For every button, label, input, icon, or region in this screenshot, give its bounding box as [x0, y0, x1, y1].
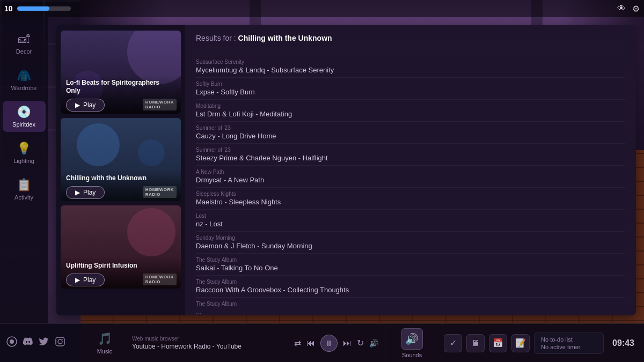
xp-bar — [17, 6, 71, 11]
gear-icon[interactable]: ⚙ — [632, 4, 640, 14]
steam-icon[interactable] — [6, 336, 17, 350]
results-prefix: Results for : — [196, 34, 236, 42]
monitor-button[interactable]: 🖥 — [466, 334, 485, 352]
playlist-card-lofi[interactable]: Lo-fi Beats for Spiritographers Only ▶ P… — [61, 31, 181, 114]
homework-badge-2: HOMEWORKRADIO — [143, 186, 177, 198]
svg-rect-2 — [56, 337, 64, 346]
music-tab[interactable]: 🎵 Music — [86, 332, 123, 354]
playlist-card-uplifting[interactable]: Uplifting Spirit Infusion ▶ Play HOMEWOR… — [61, 205, 181, 289]
track-album: The Study Album — [196, 301, 625, 307]
playlist-card-chilling[interactable]: Chilling with the Unknown ▶ Play HOMEWOR… — [61, 118, 181, 201]
deco-circle-3 — [77, 123, 120, 166]
instagram-icon[interactable] — [55, 336, 65, 350]
sidebar-item-decor[interactable]: 🛋 Decor — [3, 28, 46, 59]
sidebar-label-decor: Decor — [16, 48, 32, 55]
play-pause-button[interactable]: ⏸ — [320, 335, 338, 352]
track-album: The Study Album — [196, 279, 625, 285]
track-name: Daemon & J Fletch - Sunday Morning — [196, 242, 625, 250]
track-name: ... — [196, 308, 625, 315]
sidebar-label-lighting: Lighting — [13, 158, 34, 164]
track-name: Maelstro - Sleepless Nights — [196, 198, 625, 206]
track-item[interactable]: Summer of '23 Steezy Prime & Charlee Ngu… — [196, 144, 625, 166]
sidebar-label-activity: Activity — [14, 194, 33, 201]
calendar-button[interactable]: 📅 — [489, 334, 507, 352]
track-item[interactable]: Sleepless Nights Maelstro - Sleepless Ni… — [196, 188, 625, 210]
track-item[interactable]: Sunday Morning Daemon & J Fletch - Sunda… — [196, 232, 625, 254]
sidebar-item-wardrobe[interactable]: 🧥 Wardrobe — [3, 64, 46, 95]
todo-widget: No to-do list No active timer — [534, 333, 604, 354]
time-display: 09:43 — [608, 338, 639, 348]
play-button-chilling[interactable]: ▶ Play — [66, 186, 105, 199]
discord-icon[interactable] — [23, 336, 33, 350]
track-item[interactable]: The Study Album ... — [196, 298, 625, 315]
music-tab-label: Music — [97, 348, 113, 354]
player-info: Web music browser Youtube - Homework Rad… — [123, 336, 288, 350]
sidebar-label-spiritdex: Spiritdex — [12, 121, 35, 128]
top-bar-left: 10 — [4, 4, 71, 13]
wardrobe-icon: 🧥 — [17, 69, 31, 83]
sidebar-item-activity[interactable]: 📋 Activity — [3, 174, 46, 205]
twitter-icon[interactable] — [39, 336, 49, 350]
play-button-uplifting[interactable]: ▶ Play — [66, 274, 105, 286]
note-button[interactable]: 📝 — [511, 334, 530, 352]
track-album: Softly Burn — [196, 81, 625, 87]
bottom-bar: 🎵 Music Web music browser Youtube - Home… — [0, 323, 644, 362]
activity-icon: 📋 — [17, 178, 31, 192]
track-album: Summer of '23 — [196, 147, 625, 153]
card-title-lofi: Lo-fi Beats for Spiritographers Only — [66, 79, 175, 95]
play-label-uplifting: Play — [83, 276, 96, 284]
tracks-list: Subsurface Serenity Myceliumbug & Landq … — [196, 56, 625, 315]
sidebar: 🛋 Decor 🧥 Wardrobe 💿 Spiritdex 💡 Lightin… — [0, 17, 48, 323]
track-item[interactable]: Lost nz - Lost — [196, 210, 625, 232]
shuffle-button[interactable]: ⇄ — [294, 338, 301, 348]
track-item[interactable]: Summer of '23 Cauzy - Long Drive Home — [196, 122, 625, 144]
track-name: Myceliumbug & Landq - Subsurface Serenit… — [196, 66, 625, 74]
sidebar-item-spiritdex[interactable]: 💿 Spiritdex — [3, 101, 46, 132]
play-button-lofi[interactable]: ▶ Play — [66, 99, 105, 112]
checkmark-button[interactable]: ✓ — [444, 334, 462, 352]
main-content: Lo-fi Beats for Spiritographers Only ▶ P… — [48, 17, 644, 323]
track-album: The Study Album — [196, 257, 625, 263]
track-name: Saikai - Talking To No One — [196, 264, 625, 272]
homework-badge-3: HOMEWORKRADIO — [143, 274, 177, 285]
prev-button[interactable]: ⏮ — [306, 338, 315, 348]
eye-icon[interactable]: 👁 — [617, 4, 626, 13]
svg-point-1 — [10, 339, 14, 344]
level-badge: 10 — [4, 4, 13, 13]
spiritdex-icon: 💿 — [17, 105, 31, 119]
repeat-button[interactable]: ↻ — [357, 338, 364, 348]
track-item[interactable]: The Study Album Raccoon With A Groovebox… — [196, 276, 625, 298]
sounds-label: Sounds — [402, 352, 422, 358]
deco-circle-5 — [127, 208, 175, 256]
sidebar-item-lighting[interactable]: 💡 Lighting — [3, 137, 46, 168]
svg-point-3 — [58, 339, 62, 344]
track-album: Sleepless Nights — [196, 191, 625, 197]
track-name: Raccoon With A Groovebox - Collecting Th… — [196, 286, 625, 294]
results-query: Chilling with the Unknown — [238, 34, 332, 42]
music-browser: Lo-fi Beats for Spiritographers Only ▶ P… — [56, 25, 636, 315]
play-icon-3: ▶ — [75, 276, 80, 284]
top-bar-right: 👁 ⚙ — [617, 4, 640, 14]
next-button[interactable]: ⏭ — [343, 338, 352, 348]
volume-icon[interactable]: 🔊 — [369, 339, 378, 348]
track-item[interactable]: A New Path Drmycat - A New Path — [196, 166, 625, 188]
no-todo-text: No to-do list — [541, 336, 597, 343]
play-icon-2: ▶ — [75, 189, 80, 196]
track-item[interactable]: The Study Album Saikai - Talking To No O… — [196, 254, 625, 276]
player-controls: ⇄ ⏮ ⏸ ⏭ ↻ 🔊 — [288, 335, 385, 352]
track-item[interactable]: Meditating Lst Drm & Lofi Koji - Meditat… — [196, 100, 625, 122]
results-panel: Results for : Chilling with the Unknown … — [185, 25, 636, 315]
track-album: Lost — [196, 213, 625, 219]
track-item[interactable]: Softly Burn Lxpse - Softly Burn — [196, 78, 625, 100]
sounds-tab[interactable]: 🔊 Sounds — [385, 324, 438, 362]
track-album: Subsurface Serenity — [196, 59, 625, 65]
play-icon: ▶ — [75, 101, 80, 109]
bottom-right: ✓ 🖥 📅 📝 No to-do list No active timer 09… — [438, 333, 644, 354]
track-album: Sunday Morning — [196, 235, 625, 241]
card-title-chilling: Chilling with the Unknown — [66, 174, 175, 183]
track-item[interactable]: Subsurface Serenity Myceliumbug & Landq … — [196, 56, 625, 78]
play-label-chilling: Play — [83, 189, 96, 196]
no-timer-text: No active timer — [541, 344, 597, 350]
lighting-icon: 💡 — [17, 142, 31, 156]
social-icons — [0, 336, 86, 350]
